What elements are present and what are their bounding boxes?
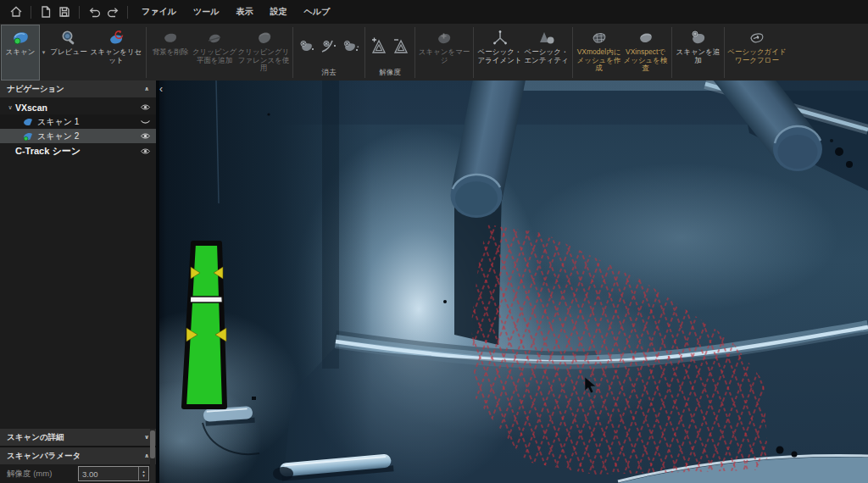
merge-scans-button[interactable]: スキャンをマージ: [418, 25, 470, 80]
divider: [572, 27, 573, 78]
navigation-title: ナビゲーション: [7, 84, 64, 95]
vxmodel-mesh-icon: [589, 28, 609, 48]
create-mesh-vxmodel-button[interactable]: VXmodel内にメッシュを作成: [576, 25, 622, 80]
scan-parameters-title: スキャンパラメータ: [7, 451, 81, 462]
erase-group-label: 消去: [296, 68, 362, 80]
home-icon[interactable]: [7, 3, 25, 20]
erase-group: 消去: [296, 25, 362, 80]
vxelements-window: { "colors": { "accent_amber": "#c2a05c",…: [0, 0, 868, 483]
divider: [292, 27, 293, 78]
tree-item-scan-1[interactable]: スキャン 1: [0, 114, 156, 129]
add-clipping-plane-icon: [205, 28, 224, 48]
resolution-stepper[interactable]: ▴ ▾: [138, 467, 148, 480]
scan-distance-meter: [184, 243, 226, 407]
scan-icon: [10, 28, 31, 48]
scan-parameters-header[interactable]: スキャンパラメータ ∧: [0, 447, 156, 464]
expander-icon[interactable]: ∨: [5, 104, 15, 111]
use-clipping-reference-icon: [253, 28, 274, 48]
tree-item-label: C-Track シーン: [15, 145, 81, 158]
reset-scan-icon: [106, 28, 126, 48]
divider: [415, 27, 415, 78]
redo-icon[interactable]: [103, 3, 122, 20]
vxinspect-mesh-icon: [636, 28, 656, 48]
guided-workflow-icon: [747, 28, 767, 48]
merge-scans-icon: [434, 28, 454, 48]
visibility-eye-icon[interactable]: [140, 147, 151, 156]
resolution-value: 3.00: [79, 469, 138, 479]
resolution-group-label: 解像度: [368, 68, 412, 80]
divider: [127, 6, 128, 19]
visibility-eye-icon[interactable]: [140, 131, 151, 141]
remove-background-icon: [161, 28, 180, 48]
erase-spline-button[interactable]: [318, 34, 340, 59]
tree-item-scan-2[interactable]: スキャン 2: [0, 129, 156, 143]
use-clipping-reference-button[interactable]: クリッピングリファレンスを使用: [237, 25, 290, 80]
menu-settings[interactable]: 設定: [261, 6, 295, 18]
divider: [146, 27, 147, 78]
preview-button[interactable]: プレビュー: [48, 25, 89, 80]
inspect-mesh-vxinspect-button[interactable]: VXinspectでメッシュを検査: [622, 25, 669, 80]
scan-dropdown-caret[interactable]: ▾: [39, 25, 48, 80]
add-scan-icon: [688, 28, 709, 48]
spinner-down-icon[interactable]: ▾: [142, 474, 145, 478]
navigation-sidebar: ナビゲーション ∧ ∨ VXscan スキャン 1 スキャン 2 C-Track…: [0, 80, 156, 483]
tree-item-label: VXscan: [15, 103, 47, 113]
tree-item-label: スキャン 1: [37, 116, 79, 128]
scan-details-header[interactable]: スキャンの詳細 ∨: [0, 429, 156, 446]
basic-guided-workflow-button[interactable]: ベーシックガイドワークフロー: [727, 25, 787, 80]
divider: [671, 27, 672, 78]
undo-icon[interactable]: [85, 3, 103, 20]
erase-patch-button[interactable]: [340, 34, 362, 59]
menu-tools[interactable]: ツール: [185, 6, 227, 18]
scan-details-title: スキャンの詳細: [7, 432, 64, 443]
menu-file[interactable]: ファイル: [133, 6, 185, 18]
scan-button[interactable]: スキャン: [2, 25, 39, 80]
3d-scan-view[interactable]: [156, 80, 868, 483]
increase-resolution-button[interactable]: [368, 34, 390, 59]
add-clipping-plane-button[interactable]: クリッピング平面を追加: [192, 25, 237, 80]
decrease-resolution-button[interactable]: [390, 34, 412, 59]
divider: [473, 27, 474, 78]
visibility-eye-icon[interactable]: [140, 103, 151, 112]
resolution-input[interactable]: 3.00 ▴ ▾: [78, 466, 149, 481]
basic-entity-button[interactable]: ベーシック・エンティティ: [523, 25, 570, 80]
visibility-hidden-icon[interactable]: [140, 117, 151, 126]
divider: [79, 6, 80, 19]
collapse-sidebar-icon[interactable]: ‹: [159, 84, 163, 94]
resolution-group: 解像度: [368, 25, 412, 80]
add-scan-button[interactable]: スキャンを追加: [675, 25, 721, 80]
divider: [364, 27, 365, 78]
basic-alignment-button[interactable]: ベーシック・アライメント: [476, 25, 523, 80]
erase-selection-button[interactable]: [296, 34, 318, 59]
basic-entity-icon: [537, 28, 557, 48]
new-document-icon[interactable]: [36, 3, 55, 20]
scan-item-active-icon: [22, 131, 34, 142]
scrollbar-thumb[interactable]: [150, 430, 155, 458]
tree-item-vxscan[interactable]: ∨ VXscan: [0, 100, 156, 114]
menu-view[interactable]: 表示: [227, 6, 261, 18]
save-icon[interactable]: [55, 3, 74, 20]
resolution-row: 解像度 (mm) 3.00 ▴ ▾: [0, 466, 156, 481]
toolbar-ribbon: スキャン ▾ プレビュー スキャンをリセット 背景を: [0, 24, 868, 81]
remove-background-button[interactable]: 背景を削除: [149, 25, 192, 80]
resolution-label: 解像度 (mm): [0, 469, 78, 480]
tree-item-ctrack-scene[interactable]: C-Track シーン: [0, 143, 156, 158]
reset-scan-button[interactable]: スキャンをリセット: [89, 25, 143, 80]
scan-item-icon: [22, 117, 34, 126]
chevron-up-icon: ∧: [144, 452, 149, 459]
chevron-down-icon: ∨: [144, 434, 149, 441]
3d-viewport[interactable]: ‹: [156, 80, 868, 483]
chevron-up-icon: ∧: [144, 86, 149, 92]
tree-item-label: スキャン 2: [37, 130, 79, 142]
divider: [724, 27, 725, 78]
sidebar-scrollbar[interactable]: [150, 429, 155, 483]
menu-help[interactable]: ヘルプ: [295, 6, 338, 18]
preview-magnifier-icon: [59, 28, 78, 48]
divider: [31, 6, 31, 19]
sidebar-bottom-panels: スキャンの詳細 ∨ スキャンパラメータ ∧ 解像度 (mm) 3.00 ▴ ▾ …: [0, 429, 156, 483]
menubar: ファイル ツール 表示 設定 ヘルプ: [0, 0, 868, 24]
basic-alignment-icon: [491, 28, 509, 48]
navigation-panel-header[interactable]: ナビゲーション ∧: [0, 80, 156, 97]
